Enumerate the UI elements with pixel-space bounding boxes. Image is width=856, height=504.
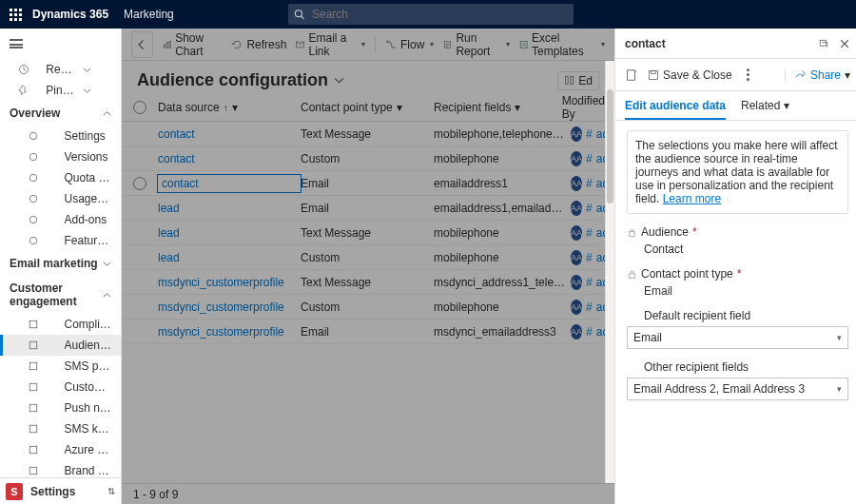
sidebar-item-add-ons[interactable]: Add-ons <box>0 209 121 230</box>
show-chart-button[interactable]: Show Chart <box>163 31 223 58</box>
modified-by-cell: AA#admi <box>567 300 609 315</box>
table-row[interactable]: msdynci_customerprofile Email msdynci_em… <box>122 320 614 344</box>
hash-link[interactable]: # <box>586 276 593 289</box>
search-icon <box>294 9 304 20</box>
excel-templates-button[interactable]: Excel Templates▾ <box>519 31 605 58</box>
run-report-button[interactable]: Run Report▾ <box>443 31 510 58</box>
data-source-link[interactable]: lead <box>158 251 180 264</box>
back-button[interactable] <box>131 31 153 58</box>
share-button[interactable]: Share▾ <box>785 68 850 82</box>
col-recipient-fields[interactable]: Recipient fields▾ <box>434 101 567 114</box>
data-source-link[interactable]: msdynci_customerprofile <box>158 325 284 339</box>
chevron-down-icon: ▾ <box>397 101 402 114</box>
hamburger-button[interactable] <box>0 29 121 59</box>
panel-command-bar: Save & Close Share▾ <box>615 59 856 91</box>
area-name[interactable]: Marketing <box>124 8 174 21</box>
sidebar-item-label: Usage limits <box>65 192 112 205</box>
sidebar-item-quota limits[interactable]: Quota limits <box>0 167 121 188</box>
data-source-link[interactable]: lead <box>158 202 180 215</box>
avatar: AA <box>571 250 582 265</box>
search-input[interactable] <box>310 7 568 22</box>
recipient-cell: msdynci_address1_telephone1 <box>434 276 567 289</box>
scrollbar-thumb[interactable] <box>607 89 613 204</box>
svg-rect-30 <box>630 231 635 236</box>
sidebar-item-settings[interactable]: Settings <box>0 126 121 146</box>
data-source-link[interactable]: msdynci_customerprofile <box>158 276 284 289</box>
hash-link[interactable]: # <box>586 202 593 215</box>
chevron-down-icon: ▾ <box>361 40 365 48</box>
sidebar-item-custom-channels[interactable]: Custom channels <box>0 377 121 397</box>
data-source-link[interactable]: msdynci_customerprofile <box>158 300 284 314</box>
global-search[interactable] <box>288 4 574 25</box>
sidebar-section-customer-engagement[interactable]: Customer engagement <box>0 276 121 314</box>
product-name[interactable]: Dynamics 365 <box>32 8 108 21</box>
panel-body: The selections you make here will affect… <box>615 121 856 410</box>
data-source-link[interactable]: contact <box>158 127 195 141</box>
hash-link[interactable]: # <box>586 226 593 240</box>
sidebar-item-compliance[interactable]: Compliance <box>0 314 121 335</box>
learn-more-link[interactable]: Learn more <box>663 192 721 205</box>
table-row[interactable]: contact Email emailaddress1 AA#admi <box>122 171 614 196</box>
close-icon[interactable] <box>839 38 850 49</box>
row-selector[interactable] <box>133 177 146 190</box>
table-row[interactable]: lead Custom mobilephone AA#admi <box>122 245 614 270</box>
table-row[interactable]: contact Text Message mobilephone,telepho… <box>122 122 614 146</box>
sidebar-recent-label: Recent <box>46 63 74 76</box>
required-mark: * <box>737 267 742 281</box>
table-row[interactable]: lead Email emailaddress1,emailaddress2,e… <box>122 196 614 221</box>
sidebar-pinned[interactable]: Pinned <box>0 80 121 101</box>
popout-icon[interactable] <box>818 38 829 49</box>
sidebar: Recent Pinned Overview Settings Versions… <box>0 29 122 504</box>
sidebar-item-sms-providers[interactable]: SMS providers <box>0 356 121 377</box>
col-contact-point-type[interactable]: Contact point type▾ <box>301 101 434 114</box>
columns-icon <box>564 75 574 86</box>
hash-link[interactable]: # <box>586 152 593 165</box>
item-icon <box>10 465 57 476</box>
tab-related[interactable]: Related ▾ <box>741 99 789 120</box>
refresh-button[interactable]: Refresh <box>231 38 286 51</box>
flow-button[interactable]: Flow▾ <box>385 38 434 51</box>
svg-rect-19 <box>166 42 168 48</box>
hash-link[interactable]: # <box>586 177 593 190</box>
sidebar-section-email-marketing[interactable]: Email marketing <box>0 251 121 276</box>
hash-link[interactable]: # <box>586 127 593 141</box>
sidebar-item-label: Audience configu… <box>65 339 112 352</box>
table-row[interactable]: msdynci_customerprofile Text Message msd… <box>122 270 614 295</box>
chevron-down-icon[interactable] <box>334 75 344 86</box>
hash-link[interactable]: # <box>586 251 593 264</box>
sidebar-item-push-notifications[interactable]: Push notifications <box>0 397 121 418</box>
waffle-icon[interactable] <box>8 7 23 22</box>
other-recipients-select[interactable]: Email Address 2, Email Address 3▾ <box>627 378 848 400</box>
email-link-button[interactable]: Email a Link▾ <box>296 31 365 58</box>
default-recipient-select[interactable]: Email▾ <box>627 326 848 349</box>
hash-link[interactable]: # <box>586 300 593 314</box>
col-modified-by[interactable]: Modified By <box>567 94 609 121</box>
data-source-link[interactable]: contact <box>158 152 195 165</box>
sidebar-item-azure-sms-preview[interactable]: Azure SMS preview <box>0 439 121 460</box>
sidebar-item-versions[interactable]: Versions <box>0 146 121 167</box>
col-data-source[interactable]: Data source↑▾ <box>158 101 301 114</box>
more-commands-button[interactable] <box>742 68 755 81</box>
modified-by-cell: AA#admi <box>567 126 609 142</box>
data-source-link[interactable]: contact <box>158 175 301 192</box>
tab-edit-audience[interactable]: Edit audience data <box>625 99 726 120</box>
chevron-down-icon: ▾ <box>430 40 434 48</box>
sidebar-recent[interactable]: Recent <box>0 59 121 80</box>
save-close-button[interactable]: Save & Close <box>648 68 732 82</box>
sidebar-item-usage limits[interactable]: Usage limits <box>0 188 121 209</box>
table-row[interactable]: lead Text Message mobilephone AA#admi <box>122 221 614 245</box>
new-record-button[interactable] <box>625 68 638 82</box>
data-source-link[interactable]: lead <box>158 226 180 240</box>
sidebar-item-audience-configu-[interactable]: Audience configu… <box>0 335 121 356</box>
sidebar-section-overview[interactable]: Overview <box>0 101 121 126</box>
table-row[interactable]: msdynci_customerprofile Custom mobilepho… <box>122 295 614 320</box>
sidebar-item-feature switches[interactable]: Feature switches <box>0 230 121 251</box>
sidebar-item-sms-keywords[interactable]: SMS keywords <box>0 418 121 439</box>
sidebar-area-switcher[interactable]: S Settings ⇅ <box>0 477 121 504</box>
hash-link[interactable]: # <box>586 325 593 339</box>
vertical-scrollbar[interactable] <box>605 61 614 483</box>
item-icon <box>10 381 57 393</box>
select-all[interactable] <box>122 101 158 114</box>
edit-columns-button[interactable]: Ed <box>557 71 599 90</box>
table-row[interactable]: contact Custom mobilephone AA#admi <box>122 146 614 171</box>
